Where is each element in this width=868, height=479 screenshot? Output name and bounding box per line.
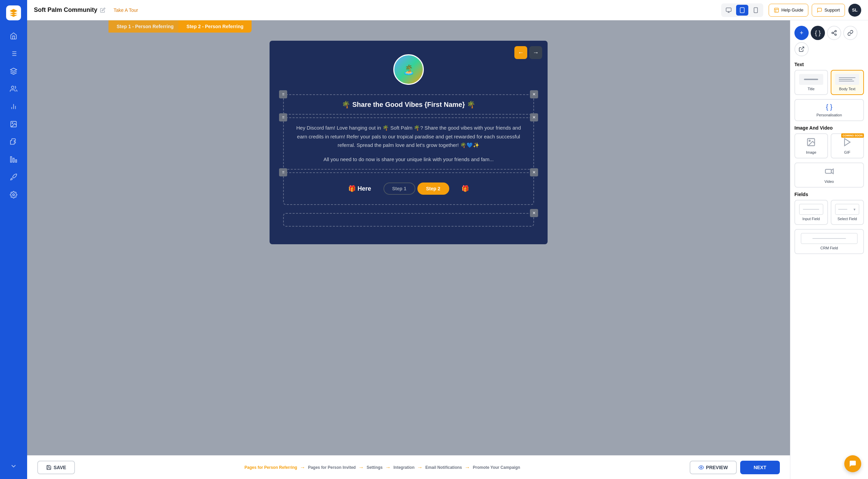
panel-share-button[interactable]	[827, 26, 841, 40]
device-mobile-btn[interactable]	[750, 5, 762, 16]
content-area: Step 1 - Person Referring Step 2 - Perso…	[27, 20, 868, 479]
step2-tab[interactable]: Step 2 - Person Referring	[178, 20, 252, 33]
sidebar-icon-image[interactable]	[6, 117, 21, 132]
body-line-3	[839, 81, 854, 81]
panel-body-text-item[interactable]: Body Text	[831, 70, 864, 95]
step-indicator-2[interactable]: Step 2	[417, 183, 449, 195]
svg-line-31	[833, 33, 835, 34]
sidebar-icon-chart[interactable]	[6, 99, 21, 114]
crm-line	[812, 238, 846, 239]
panel-link-button[interactable]	[843, 26, 857, 40]
canvas-wrapper: Step 1 - Person Referring Step 2 - Perso…	[27, 20, 790, 479]
svg-point-35	[809, 140, 810, 141]
sidebar-icon-home[interactable]	[6, 28, 21, 43]
panel-image-item[interactable]: Image	[794, 133, 828, 158]
email-body-text-2: All you need to do now is share your uni…	[292, 155, 525, 164]
drag-icon[interactable]: ⠿	[279, 90, 287, 98]
topbar: Soft Palm Community Take A Tour Help Gui…	[27, 0, 868, 20]
panel-external-button[interactable]	[794, 42, 809, 56]
panel-select-field-item[interactable]: ▼ Select Field	[831, 200, 864, 225]
panel-add-button[interactable]: +	[794, 26, 809, 40]
step-tabs: Step 1 - Person Referring Step 2 - Perso…	[27, 20, 252, 33]
hero-block-delete[interactable]: ✕	[530, 168, 538, 176]
user-avatar-button[interactable]: SL	[848, 4, 861, 17]
chat-bubble[interactable]	[844, 455, 861, 472]
save-button[interactable]: SAVE	[37, 461, 75, 474]
support-button[interactable]: Support	[812, 4, 845, 17]
body-block-delete[interactable]: ✕	[530, 113, 538, 121]
svg-rect-24	[774, 8, 778, 12]
panel-video-item[interactable]: Video	[794, 162, 864, 188]
video-icon	[825, 167, 834, 177]
svg-point-7	[12, 86, 14, 89]
sidebar-icon-chevron-down[interactable]	[6, 459, 21, 474]
next-button[interactable]: →	[529, 46, 542, 59]
main-content: Soft Palm Community Take A Tour Help Gui…	[27, 0, 868, 479]
next-button-bottom[interactable]: NEXT	[740, 461, 780, 474]
body-block[interactable]: ⠿ ✕ Hey Discord fam! Love hanging out in…	[283, 117, 534, 170]
crumb-settings[interactable]: Settings	[367, 465, 382, 470]
prev-button[interactable]: ←	[514, 46, 527, 59]
preview-button[interactable]: PREVIEW	[690, 461, 737, 474]
panel-code-button[interactable]: { }	[811, 26, 825, 40]
step1-tab[interactable]: Step 1 - Person Referring	[108, 20, 182, 33]
sidebar-icon-puzzle[interactable]	[6, 134, 21, 149]
svg-line-33	[801, 47, 804, 50]
email-title-text: 🌴 Share the Good Vibes {First Name} 🌴	[292, 100, 525, 109]
crumb-arrow-2: →	[358, 464, 364, 471]
crumb-pages-referring[interactable]: Pages for Person Referring	[244, 465, 297, 470]
step-indicators: Step 1 Step 2	[383, 183, 449, 195]
hero-block[interactable]: ⠿ ✕ 🎁 Here Step 1 Step 2 🎁	[283, 172, 534, 205]
extra-block-delete[interactable]: ✕	[530, 209, 538, 217]
svg-rect-13	[11, 157, 12, 162]
help-guide-button[interactable]: Help Guide	[769, 4, 808, 17]
svg-point-16	[13, 194, 15, 196]
take-a-tour-link[interactable]: Take A Tour	[114, 7, 138, 13]
crumb-promote[interactable]: Promote Your Campaign	[473, 465, 520, 470]
body-block-drag[interactable]: ⠿	[279, 113, 287, 121]
svg-point-29	[832, 32, 833, 34]
sidebar-icon-list[interactable]	[6, 46, 21, 61]
svg-point-28	[835, 31, 836, 32]
device-tablet-btn[interactable]	[736, 5, 748, 16]
drag-icon-3[interactable]: ⠿	[279, 168, 287, 176]
panel-personalisation-item[interactable]: { } Personalisation	[794, 99, 864, 121]
fields-grid: Input Field ▼ Select Field	[794, 200, 864, 225]
device-switcher	[721, 3, 763, 17]
panel-crm-field-item[interactable]: CRM Field	[794, 229, 864, 254]
app-title: Soft Palm Community	[34, 6, 105, 14]
panel-gif-item[interactable]: COMING SOON GIF	[831, 133, 864, 158]
right-panel: + { } Text Title	[790, 20, 868, 479]
crm-preview	[801, 233, 857, 244]
email-logo-area: 🏝️	[270, 41, 548, 92]
sidebar-icon-bar-chart[interactable]	[6, 152, 21, 167]
device-desktop-btn[interactable]	[723, 5, 735, 16]
extra-block[interactable]: ✕	[283, 213, 534, 227]
panel-fields-section: Fields	[794, 192, 864, 197]
sidebar-icon-settings[interactable]	[6, 187, 21, 202]
block-drag-handle[interactable]: ⠿	[279, 90, 287, 98]
sidebar-icon-users[interactable]	[6, 81, 21, 96]
panel-title-item[interactable]: Title	[794, 70, 828, 95]
sidebar-icon-rocket[interactable]	[6, 170, 21, 185]
crumb-arrow-3: →	[386, 464, 391, 471]
crumb-integration[interactable]: Integration	[394, 465, 415, 470]
panel-input-field-item[interactable]: Input Field	[794, 200, 828, 225]
step-indicator-1[interactable]: Step 1	[383, 183, 415, 195]
bottom-bar: SAVE Pages for Person Referring → Pages …	[27, 455, 790, 479]
hero-text-right: 🎁	[453, 181, 477, 196]
hero-text: 🎁 Here	[340, 181, 379, 196]
crumb-email-notifications[interactable]: Email Notifications	[426, 465, 462, 470]
block-delete-button[interactable]: ✕	[530, 90, 538, 98]
drag-icon-2[interactable]: ⠿	[279, 113, 287, 121]
image-icon	[806, 137, 816, 148]
sidebar-logo[interactable]	[6, 5, 21, 20]
sidebar-icon-layers[interactable]	[6, 64, 21, 79]
title-block[interactable]: ⠿ ✕ 🌴 Share the Good Vibes {First Name} …	[283, 94, 534, 115]
personalisation-icon: { }	[826, 103, 832, 111]
bottom-right-actions: PREVIEW NEXT	[690, 461, 780, 474]
edit-icon[interactable]	[100, 7, 105, 13]
crumb-pages-invited[interactable]: Pages for Person Invited	[308, 465, 356, 470]
hero-block-drag[interactable]: ⠿	[279, 168, 287, 176]
canvas-scroll: ← → 🏝️ ⠿ ✕ 🌴 S	[27, 20, 790, 455]
